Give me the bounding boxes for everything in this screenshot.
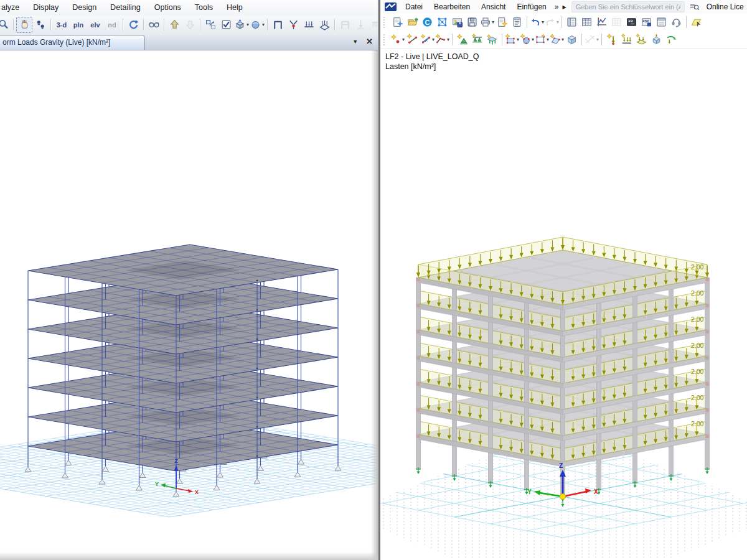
new-surface-support-icon[interactable] <box>485 32 499 47</box>
search-icon[interactable] <box>690 3 699 11</box>
printout-report-icon[interactable] <box>510 15 524 29</box>
table-view-icon[interactable] <box>609 15 624 29</box>
menu-item-detailing[interactable]: Detailing <box>103 0 148 16</box>
surface-tool-icon[interactable] <box>689 15 703 29</box>
panel-icon[interactable] <box>654 15 669 29</box>
menu-item-design[interactable]: Design <box>65 0 103 16</box>
axis-z-label: Z <box>559 462 563 469</box>
perspective-icon[interactable] <box>146 17 161 32</box>
object-shrink-toggle-icon[interactable]: ▾ <box>234 17 249 32</box>
loadcase-units: Lasten [kN/m²] <box>385 62 479 72</box>
new-solid-load-icon[interactable] <box>649 32 664 47</box>
window-divider[interactable] <box>378 0 380 560</box>
support-triangle <box>177 479 183 484</box>
left-3d-viewport[interactable]: ZXY <box>0 0 378 560</box>
support-chat-icon[interactable] <box>669 15 684 29</box>
new-free-load-icon[interactable] <box>664 32 679 47</box>
right-3d-viewport[interactable]: 2.002.002.002.002.002.002.00ZXY <box>380 0 747 560</box>
command-console-icon[interactable]: >> <box>624 15 639 29</box>
save-image-icon[interactable] <box>450 15 464 29</box>
frame-section-icon[interactable] <box>337 17 352 32</box>
menu-item-display[interactable]: Display <box>26 0 65 16</box>
new-block-icon[interactable] <box>565 32 579 47</box>
menu-item-datei[interactable]: Datei <box>400 0 428 14</box>
new-polyline-icon[interactable]: ▾ <box>435 32 449 47</box>
right-menu-items: DateiBearbeitenAnsichtEinfügen <box>400 0 552 14</box>
new-model-icon[interactable] <box>390 15 405 29</box>
toolbar-separator <box>527 16 527 28</box>
dimension-icon[interactable]: ▾ <box>585 32 599 47</box>
toolbar-separator <box>686 16 687 28</box>
menu-expand-icon[interactable]: ▶ <box>561 4 568 10</box>
toolbar-separator <box>267 19 268 30</box>
view-elevation-button[interactable]: elv <box>87 17 103 32</box>
pan-icon[interactable] <box>16 17 32 33</box>
toolbar-drag-handle[interactable] <box>383 34 387 45</box>
new-line-support-icon[interactable] <box>470 32 484 47</box>
menu-item-help[interactable]: Help <box>220 0 250 16</box>
menu-overflow-chevron[interactable]: » <box>552 2 561 11</box>
toolbar-separator <box>452 34 453 45</box>
view-plan-button[interactable]: pln <box>70 17 87 32</box>
new-opening-icon[interactable]: ▾ <box>535 32 549 47</box>
new-surface-icon[interactable]: ▾ <box>505 32 519 47</box>
online-license-link[interactable]: Online Lice <box>707 2 744 11</box>
svg-text:C: C <box>425 19 430 26</box>
axis-y-label: Y <box>527 488 532 495</box>
menu-item-options[interactable]: Options <box>148 0 188 16</box>
new-nodal-load-icon[interactable] <box>604 32 619 47</box>
move-up-level-icon[interactable] <box>167 17 182 32</box>
walk-through-icon[interactable] <box>33 17 48 32</box>
open-model-icon[interactable] <box>405 15 420 29</box>
loadcase-info: LF2 - Live | LIVE_LOAD_Q Lasten [kN/m²] <box>385 52 479 72</box>
undo-icon[interactable]: ▾ <box>530 15 544 29</box>
object-view-options-icon[interactable]: ▾ <box>250 17 265 32</box>
display-options-icon[interactable] <box>218 17 233 32</box>
zoom-icon[interactable] <box>0 17 11 32</box>
view-tab[interactable]: orm Loads Gravity (Live) [kN/m²] <box>0 35 145 50</box>
view-tab-label: orm Loads Gravity (Live) [kN/m²] <box>2 38 110 47</box>
new-surface-load-icon[interactable] <box>634 32 649 47</box>
result-diagram-icon[interactable] <box>594 15 609 29</box>
new-line-icon[interactable] <box>405 32 420 47</box>
assign-joint-icon[interactable] <box>286 17 301 32</box>
project-manager-icon[interactable]: C <box>420 15 435 29</box>
navigator-panel-icon[interactable] <box>565 15 579 29</box>
select-objects-icon[interactable] <box>203 17 218 32</box>
menu-item-ansicht[interactable]: Ansicht <box>476 0 511 14</box>
toolbar-drag-handle[interactable] <box>383 17 387 28</box>
view-3d-button[interactable]: 3-d <box>54 17 70 32</box>
new-printout-report-icon[interactable] <box>495 15 509 29</box>
load-value-label: 2.00 <box>691 263 704 271</box>
menu-item-einfügen[interactable]: Einfügen <box>511 0 552 14</box>
print-icon[interactable]: ▾ <box>480 15 494 29</box>
move-down-level-icon[interactable] <box>182 17 197 32</box>
support-triangle <box>103 467 109 472</box>
menu-item-bearbeiten[interactable]: Bearbeiten <box>428 0 476 14</box>
keyword-search-input[interactable] <box>571 1 685 12</box>
new-nurbs-surface-icon[interactable]: ▾ <box>550 32 564 47</box>
toolbar-separator <box>561 16 562 28</box>
menu-item-alyze[interactable]: alyze <box>0 0 26 16</box>
new-node-icon[interactable]: ▾ <box>390 32 405 47</box>
script-console-icon[interactable]: >sc <box>639 15 654 29</box>
model-wireframe-icon[interactable] <box>435 15 449 29</box>
new-nodal-support-icon[interactable] <box>455 32 469 47</box>
view-named-button[interactable]: nd <box>104 17 120 32</box>
new-member-icon[interactable]: ▾ <box>420 32 435 47</box>
point-assign-icon[interactable] <box>353 17 368 32</box>
new-member-load-icon[interactable] <box>619 32 634 47</box>
tab-dropdown-icon[interactable]: ▼ <box>352 39 358 45</box>
axis-z-label: Z <box>174 458 178 464</box>
tables-icon[interactable] <box>580 15 594 29</box>
menu-item-tools[interactable]: Tools <box>188 0 220 16</box>
redo-icon[interactable]: ▾ <box>545 15 559 29</box>
tendon-icon[interactable] <box>369 17 378 32</box>
rotate-view-icon[interactable] <box>126 17 141 32</box>
save-icon[interactable] <box>465 15 479 29</box>
new-solid-icon[interactable]: ▾ <box>520 32 534 47</box>
tab-close-icon[interactable]: ✕ <box>366 37 373 46</box>
draw-frame-icon[interactable] <box>270 17 285 32</box>
assign-frame-load-icon[interactable] <box>301 17 316 32</box>
assign-area-load-icon[interactable] <box>317 17 332 32</box>
